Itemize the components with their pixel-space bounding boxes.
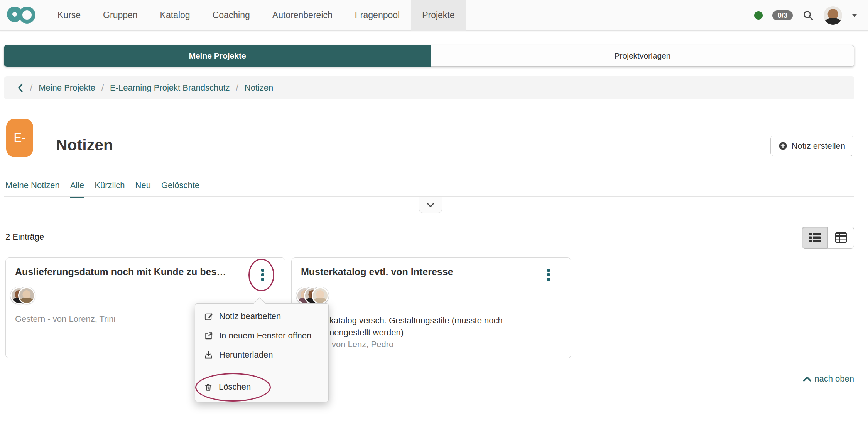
page: Kurse Gruppen Katalog Coaching Autorenbe… <box>0 0 868 427</box>
user-menu-button[interactable] <box>824 6 842 25</box>
nav-item-autorenbereich[interactable]: Autorenbereich <box>261 0 344 31</box>
presence-status-dot <box>754 11 763 20</box>
plus-circle-icon <box>778 141 787 150</box>
trash-icon <box>204 383 213 392</box>
edit-icon <box>204 312 213 321</box>
menu-item-loeschen[interactable]: Löschen <box>195 377 328 397</box>
note-card-title: Auslieferungsdatum noch mit Kunde zu bes… <box>15 266 226 277</box>
kebab-menu-button[interactable] <box>261 269 267 281</box>
nav-item-coaching[interactable]: Coaching <box>201 0 261 31</box>
segment-projektvorlagen[interactable]: Projektvorlagen <box>431 45 854 67</box>
list-view-icon <box>809 232 821 243</box>
infinity-logo[interactable] <box>7 7 36 24</box>
nav-item-projekte[interactable]: Projekte <box>411 0 466 31</box>
member-avatars <box>296 287 329 304</box>
create-note-button[interactable]: Notiz erstellen <box>770 136 853 156</box>
tab-neu[interactable]: Neu <box>135 180 151 198</box>
menu-divider <box>195 368 328 368</box>
avatar <box>312 287 329 304</box>
table-view-icon <box>835 232 847 243</box>
chat-status-badge[interactable]: 0/3 <box>772 10 793 20</box>
tab-kuerzlich[interactable]: Kürzlich <box>95 180 125 198</box>
main-menu: Kurse Gruppen Katalog Coaching Autorenbe… <box>46 0 466 31</box>
tab-alle[interactable]: Alle <box>70 180 84 198</box>
menu-item-herunterladen[interactable]: Herunterladen <box>195 345 328 365</box>
entries-count: 2 Einträge <box>5 232 44 242</box>
breadcrumb-link-meine-projekte[interactable]: Meine Projekte <box>39 83 95 93</box>
back-to-top-link[interactable]: nach oben <box>803 374 854 384</box>
view-toggle-group <box>802 227 854 249</box>
breadcrumb-link-projekt[interactable]: E-Learning Projekt Brandschutz <box>110 83 230 93</box>
chevron-down-icon <box>426 202 435 207</box>
kebab-menu-button[interactable] <box>547 269 552 281</box>
breadcrumb: / Meine Projekte / E-Learning Projekt Br… <box>4 76 854 99</box>
member-avatars <box>10 287 35 304</box>
breadcrumb-separator: / <box>236 83 238 93</box>
kebab-menu-icon <box>547 269 550 272</box>
search-button[interactable] <box>802 10 814 21</box>
breadcrumb-separator: / <box>30 83 32 93</box>
menu-item-notiz-bearbeiten[interactable]: Notiz bearbeiten <box>195 307 328 326</box>
navbar-right-cluster: 0/3 <box>754 0 857 31</box>
tab-meine-notizen[interactable]: Meine Notizen <box>5 180 60 198</box>
notes-filter-tabs: Meine Notizen Alle Kürzlich Neu Gelöscht… <box>5 180 199 198</box>
filter-expand-button[interactable] <box>419 197 442 213</box>
download-icon <box>204 351 213 360</box>
tab-geloeschte[interactable]: Gelöschte <box>161 180 199 198</box>
nav-item-gruppen[interactable]: Gruppen <box>92 0 149 31</box>
list-view-button[interactable] <box>802 227 828 249</box>
user-avatar <box>824 6 842 25</box>
table-view-button[interactable] <box>828 227 854 249</box>
breadcrumb-back-button[interactable] <box>17 83 24 93</box>
top-navbar: Kurse Gruppen Katalog Coaching Autorenbe… <box>0 0 868 31</box>
project-scope-segments: Meine Projekte Projektvorlagen <box>4 45 854 67</box>
breadcrumb-separator: / <box>101 83 104 93</box>
nav-item-fragenpool[interactable]: Fragenpool <box>344 0 411 31</box>
page-title: Notizen <box>56 136 113 154</box>
chevron-up-icon <box>803 377 811 382</box>
nav-item-kurse[interactable]: Kurse <box>46 0 92 31</box>
search-icon <box>802 10 814 21</box>
caret-down-icon <box>852 14 857 17</box>
note-card-body-line: nengestellt werden) <box>329 328 404 338</box>
note-context-menu: Notiz bearbeiten In neuem Fenster öffnen <box>195 303 329 402</box>
menu-item-in-neuem-fenster-oeffnen[interactable]: In neuem Fenster öffnen <box>195 326 328 345</box>
kebab-menu-icon <box>261 269 264 272</box>
avatar <box>18 287 35 304</box>
breadcrumb-current-notizen[interactable]: Notizen <box>245 83 274 93</box>
note-card-meta: von Lenz, Pedro <box>332 340 393 350</box>
nav-item-katalog[interactable]: Katalog <box>149 0 201 31</box>
note-card-title: Musterkatalog evtl. von Interesse <box>301 266 453 277</box>
note-card-meta: Gestern - von Lorenz, Trini <box>15 314 115 324</box>
note-card-body-line: katalog versch. Gestaltungsstile (müsste… <box>329 316 503 326</box>
note-card-musterkatalog[interactable]: Musterkatalog evtl. von Interesse katalo… <box>291 257 571 358</box>
segment-meine-projekte[interactable]: Meine Projekte <box>4 45 431 67</box>
external-link-icon <box>204 331 213 340</box>
logo-right-loop <box>19 7 35 24</box>
chevron-left-icon <box>17 83 24 93</box>
project-tile-icon: E- <box>6 119 33 157</box>
